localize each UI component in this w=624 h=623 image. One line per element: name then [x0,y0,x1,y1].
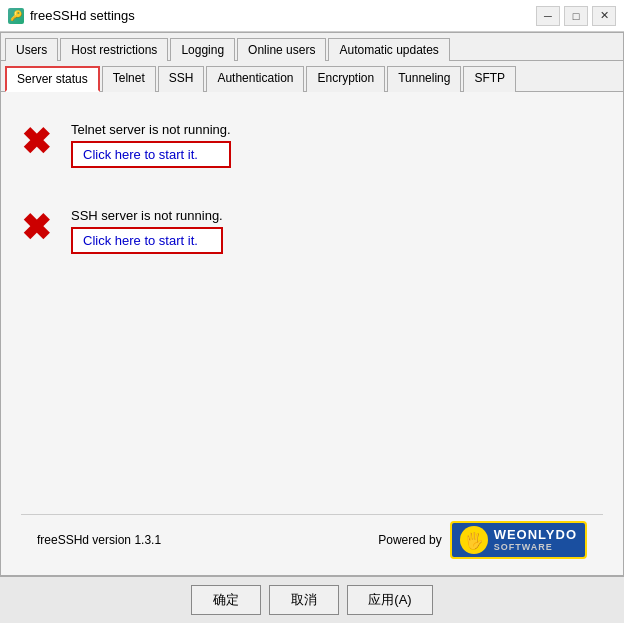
tab-row-2: Server status Telnet SSH Authentication … [1,61,623,92]
cancel-button[interactable]: 取消 [269,585,339,615]
content-area: ✖ Telnet server is not running. Click he… [1,92,623,575]
tab-tunneling[interactable]: Tunneling [387,66,461,92]
button-bar: 确定 取消 应用(A) [0,576,624,623]
tab-authentication[interactable]: Authentication [206,66,304,92]
weonlydo-badge: 🖐 WEONLYDO SOFTWARE [450,521,587,559]
telnet-info: Telnet server is not running. Click here… [71,122,231,168]
footer: freeSSHd version 1.3.1 Powered by 🖐 WEON… [21,514,603,565]
ssh-start-button[interactable]: Click here to start it. [71,227,223,254]
window-body: Users Host restrictions Logging Online u… [0,32,624,576]
tab-host-restrictions[interactable]: Host restrictions [60,38,168,61]
telnet-status-row: ✖ Telnet server is not running. Click he… [21,122,603,168]
telnet-start-button[interactable]: Click here to start it. [71,141,231,168]
tab-sftp[interactable]: SFTP [463,66,516,92]
weonlydo-text: WEONLYDO SOFTWARE [494,527,577,553]
apply-button[interactable]: 应用(A) [347,585,432,615]
ssh-status-row: ✖ SSH server is not running. Click here … [21,208,603,254]
telnet-not-running-icon: ✖ [21,124,51,160]
tab-logging[interactable]: Logging [170,38,235,61]
tab-row-1: Users Host restrictions Logging Online u… [1,33,623,61]
tab-server-status[interactable]: Server status [5,66,100,92]
window-title: freeSSHd settings [30,8,135,23]
window-controls: ─ □ ✕ [536,6,616,26]
app-icon: 🔑 [8,8,24,24]
tab-telnet[interactable]: Telnet [102,66,156,92]
tab-users[interactable]: Users [5,38,58,61]
minimize-button[interactable]: ─ [536,6,560,26]
version-text: freeSSHd version 1.3.1 [37,533,161,547]
telnet-status-label: Telnet server is not running. [71,122,231,137]
ssh-not-running-icon: ✖ [21,210,51,246]
tab-online-users[interactable]: Online users [237,38,326,61]
tab-encryption[interactable]: Encryption [306,66,385,92]
footer-right: Powered by 🖐 WEONLYDO SOFTWARE [378,521,587,559]
title-bar: 🔑 freeSSHd settings ─ □ ✕ [0,0,624,32]
ssh-status-label: SSH server is not running. [71,208,223,223]
tab-automatic-updates[interactable]: Automatic updates [328,38,449,61]
maximize-button[interactable]: □ [564,6,588,26]
powered-by-label: Powered by [378,533,441,547]
ok-button[interactable]: 确定 [191,585,261,615]
weonlydo-hand-icon: 🖐 [460,526,488,554]
weonlydo-name: WEONLYDO [494,527,577,543]
weonlydo-sub: SOFTWARE [494,542,577,553]
close-button[interactable]: ✕ [592,6,616,26]
tab-ssh[interactable]: SSH [158,66,205,92]
ssh-info: SSH server is not running. Click here to… [71,208,223,254]
